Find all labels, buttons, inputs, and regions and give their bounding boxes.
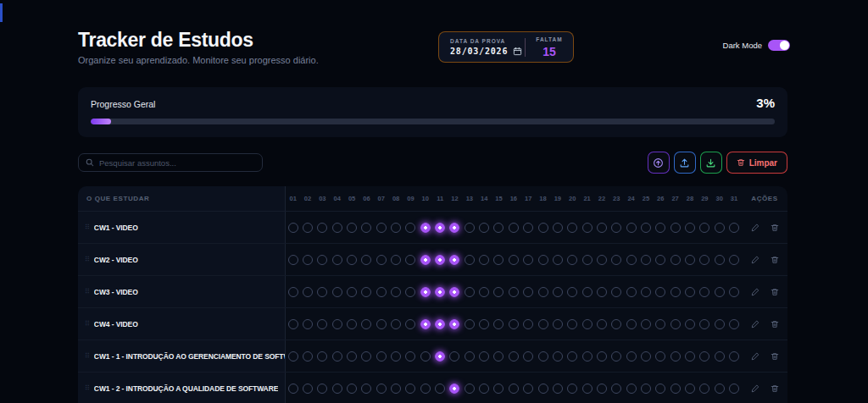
- day-circle[interactable]: [347, 255, 357, 265]
- day-circle[interactable]: [465, 287, 475, 297]
- day-circle[interactable]: [567, 351, 577, 362]
- day-circle[interactable]: [567, 384, 577, 394]
- day-circle[interactable]: [597, 255, 607, 265]
- day-circle[interactable]: [538, 351, 548, 362]
- day-circle[interactable]: [670, 319, 681, 329]
- day-circle[interactable]: [567, 287, 577, 297]
- day-circle[interactable]: [317, 384, 327, 394]
- day-circle[interactable]: [303, 287, 313, 297]
- day-circle[interactable]: [347, 223, 357, 233]
- day-circle[interactable]: [685, 319, 695, 329]
- day-circle[interactable]: [538, 287, 548, 297]
- day-circle[interactable]: [655, 384, 665, 394]
- day-circle[interactable]: [405, 255, 415, 265]
- day-circle[interactable]: [670, 351, 681, 362]
- day-circle[interactable]: [376, 255, 387, 265]
- day-circle[interactable]: [553, 287, 563, 297]
- day-circle[interactable]: [288, 351, 298, 362]
- day-circle[interactable]: [670, 287, 681, 297]
- day-circle[interactable]: [699, 384, 709, 394]
- import-button[interactable]: [700, 152, 722, 174]
- day-circle[interactable]: [523, 223, 533, 233]
- day-circle[interactable]: [405, 287, 415, 297]
- day-circle[interactable]: [538, 384, 548, 394]
- day-circle[interactable]: [347, 287, 357, 297]
- day-circle[interactable]: [435, 223, 445, 233]
- day-circle[interactable]: [405, 223, 415, 233]
- day-circle[interactable]: [317, 287, 327, 297]
- delete-button[interactable]: [771, 384, 779, 393]
- day-circle[interactable]: [493, 223, 504, 233]
- day-circle[interactable]: [303, 384, 313, 394]
- day-circle[interactable]: [626, 384, 637, 394]
- delete-button[interactable]: [771, 320, 779, 328]
- day-circle[interactable]: [626, 287, 637, 297]
- day-circle[interactable]: [699, 319, 709, 329]
- day-circle[interactable]: [641, 287, 651, 297]
- day-circle[interactable]: [641, 384, 651, 394]
- day-circle[interactable]: [405, 384, 415, 394]
- edit-button[interactable]: [751, 320, 760, 328]
- day-circle[interactable]: [288, 287, 298, 297]
- day-circle[interactable]: [391, 384, 401, 394]
- day-circle[interactable]: [420, 287, 431, 297]
- day-circle[interactable]: [641, 351, 651, 362]
- clear-button[interactable]: Limpar: [726, 152, 787, 174]
- day-circle[interactable]: [611, 351, 621, 362]
- day-circle[interactable]: [391, 255, 401, 265]
- day-circle[interactable]: [391, 351, 401, 362]
- day-circle[interactable]: [641, 255, 651, 265]
- day-circle[interactable]: [509, 351, 519, 362]
- day-circle[interactable]: [729, 351, 739, 362]
- day-circle[interactable]: [611, 287, 621, 297]
- day-circle[interactable]: [420, 223, 431, 233]
- day-circle[interactable]: [479, 351, 489, 362]
- day-circle[interactable]: [611, 319, 621, 329]
- day-circle[interactable]: [685, 255, 695, 265]
- day-circle[interactable]: [611, 255, 621, 265]
- day-circle[interactable]: [626, 319, 637, 329]
- day-circle[interactable]: [420, 384, 431, 394]
- day-circle[interactable]: [479, 384, 489, 394]
- day-circle[interactable]: [538, 319, 548, 329]
- day-circle[interactable]: [641, 223, 651, 233]
- day-circle[interactable]: [670, 255, 681, 265]
- day-circle[interactable]: [626, 223, 637, 233]
- delete-button[interactable]: [771, 224, 779, 232]
- export-button[interactable]: [674, 152, 696, 174]
- day-circle[interactable]: [715, 287, 725, 297]
- day-circle[interactable]: [420, 351, 431, 362]
- day-circle[interactable]: [553, 384, 563, 394]
- day-circle[interactable]: [699, 287, 709, 297]
- day-circle[interactable]: [376, 287, 387, 297]
- day-circle[interactable]: [553, 319, 563, 329]
- day-circle[interactable]: [303, 351, 313, 362]
- dark-mode-toggle[interactable]: [768, 40, 790, 51]
- edit-button[interactable]: [751, 352, 760, 361]
- day-circle[interactable]: [303, 319, 313, 329]
- day-circle[interactable]: [553, 223, 563, 233]
- day-circle[interactable]: [538, 255, 548, 265]
- day-circle[interactable]: [509, 287, 519, 297]
- edit-button[interactable]: [751, 288, 760, 296]
- day-circle[interactable]: [420, 319, 431, 329]
- day-circle[interactable]: [376, 351, 387, 362]
- day-circle[interactable]: [699, 223, 709, 233]
- day-circle[interactable]: [479, 223, 489, 233]
- day-circle[interactable]: [405, 351, 415, 362]
- day-circle[interactable]: [449, 255, 459, 265]
- day-circle[interactable]: [361, 255, 371, 265]
- day-circle[interactable]: [641, 319, 651, 329]
- day-circle[interactable]: [699, 255, 709, 265]
- day-circle[interactable]: [391, 287, 401, 297]
- day-circle[interactable]: [376, 319, 387, 329]
- day-circle[interactable]: [670, 223, 681, 233]
- day-circle[interactable]: [538, 223, 548, 233]
- day-circle[interactable]: [435, 287, 445, 297]
- day-circle[interactable]: [715, 255, 725, 265]
- day-circle[interactable]: [449, 351, 459, 362]
- day-circle[interactable]: [288, 223, 298, 233]
- day-circle[interactable]: [685, 384, 695, 394]
- day-circle[interactable]: [493, 319, 504, 329]
- day-circle[interactable]: [567, 255, 577, 265]
